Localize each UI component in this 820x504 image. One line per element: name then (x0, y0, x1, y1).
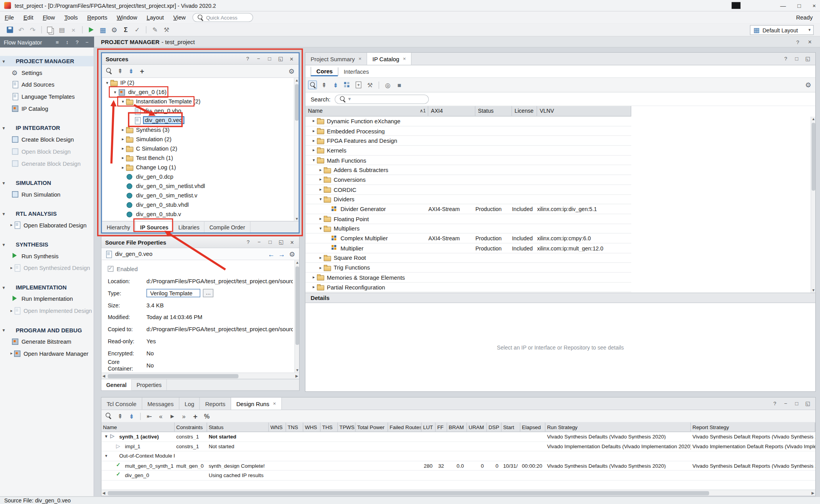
design-run-row[interactable]: impl_1 constrs_1 Not started (102, 442, 815, 451)
close-tab-icon[interactable]: × (403, 56, 406, 62)
document-tab[interactable]: Project Summary × (305, 53, 367, 65)
catalog-row[interactable]: ▸ FPGA Features and Design (305, 136, 631, 146)
toolbar-icon[interactable] (145, 412, 154, 421)
expander-icon[interactable]: ▸ (311, 129, 317, 133)
design-run-row[interactable]: ▾ synth_1 (active) constrs_1 Not started (102, 432, 815, 442)
flow-nav-item[interactable]: Run Synthesis (0, 250, 94, 262)
panel-header-icon[interactable] (806, 38, 813, 45)
close-tab-icon[interactable]: × (358, 56, 362, 62)
toolbar-icon[interactable] (191, 412, 200, 421)
panel-header-icon[interactable] (804, 55, 811, 62)
toolbar-icon[interactable] (127, 67, 135, 76)
sources-panel-header[interactable]: Sources (102, 53, 299, 65)
design-run-row[interactable]: mult_gen_0_synth_1 mult_gen_0 synth_desi… (102, 461, 815, 471)
console-tab[interactable]: Log (179, 398, 200, 410)
tree-row[interactable]: div_gen_0_sim_netlist.vhdl (102, 181, 299, 191)
toolbar-icon[interactable] (156, 412, 165, 421)
panel-header-icon[interactable] (783, 55, 789, 62)
settings-gear-icon[interactable] (804, 80, 813, 89)
tree-row[interactable]: ▸ C Simulation (2) (102, 144, 299, 153)
tree-row[interactable]: div_gen_0.dcp (102, 172, 299, 181)
expander-icon[interactable]: ▾ (104, 80, 111, 85)
column-header[interactable]: Report Strategy (691, 422, 815, 431)
tree-row[interactable]: ▸ Change Log (1) (102, 163, 299, 172)
menu-item[interactable]: Window (112, 11, 142, 23)
property-value[interactable]: Yes (146, 338, 156, 344)
tree-row[interactable]: div_gen_0_stub.v (102, 209, 299, 219)
toolbar-icon[interactable] (116, 67, 125, 76)
toolbar-icon[interactable] (104, 412, 113, 421)
expander-icon[interactable]: ▸ (120, 127, 126, 132)
enabled-checkbox[interactable] (108, 266, 114, 272)
catalog-row[interactable]: Multiplier Production Included xilinx.co… (305, 243, 631, 253)
scrollbar-thumb[interactable] (108, 491, 709, 495)
toolbar-icon[interactable] (105, 67, 114, 76)
toolbar-icon[interactable] (379, 81, 379, 89)
console-tab[interactable]: Reports (200, 398, 231, 410)
flow-nav-item[interactable]: Create Block Design (0, 133, 94, 146)
catalog-row[interactable]: ▸ Adders & Subtracters (305, 165, 631, 175)
column-header[interactable]: TPWS (338, 422, 356, 431)
toolbar-icon[interactable] (41, 26, 42, 34)
toolbar-icon[interactable] (28, 25, 37, 34)
flow-nav-item[interactable]: ▾ PROJECT MANAGER (0, 56, 94, 66)
column-header[interactable]: DSP (487, 422, 502, 431)
expander-icon[interactable]: ▸ (120, 146, 126, 151)
tree-row[interactable]: div_gen_0.vho (102, 106, 299, 115)
design-run-row[interactable]: ▾ Out-of-Context Module Runs (102, 451, 815, 461)
catalog-row[interactable]: ▸ Dynamic Function eXchange (305, 117, 631, 126)
panel-header-icon[interactable] (793, 400, 800, 407)
column-header[interactable]: Run Strategy (545, 422, 691, 431)
flow-nav-item[interactable]: ▾ PROGRAM AND DEBUG (0, 325, 94, 335)
toolbar-icon[interactable] (168, 412, 177, 421)
scrollbar-thumb[interactable] (296, 266, 299, 345)
scrollbar-thumb[interactable] (812, 123, 815, 191)
tree-row[interactable]: ▸ Test Bench (1) (102, 153, 299, 162)
close-button[interactable]: × (813, 2, 816, 9)
panel-header-icon[interactable] (794, 38, 801, 45)
panel-header-icon[interactable] (54, 39, 61, 45)
quick-access-search[interactable]: Quick Access (193, 13, 253, 22)
panel-header-icon[interactable] (783, 400, 789, 407)
panel-header-icon[interactable] (288, 55, 295, 62)
catalog-row[interactable]: ▾ Dividers (305, 195, 631, 204)
vertical-scrollbar[interactable]: ▲ ▼ (294, 78, 299, 221)
menu-item[interactable]: Layout (142, 11, 168, 23)
property-value[interactable]: Verilog Template (146, 289, 200, 297)
panel-header-icon[interactable] (256, 239, 262, 245)
toolbar-icon[interactable] (46, 25, 55, 34)
panel-header-icon[interactable] (267, 239, 273, 245)
sources-view-tab[interactable]: Hierarchy (102, 222, 135, 232)
toolbar-icon[interactable] (162, 25, 171, 34)
column-header[interactable]: Failed Routes (388, 422, 422, 431)
toolbar-icon[interactable] (69, 25, 78, 34)
toolbar-icon[interactable] (82, 26, 82, 34)
catalog-row[interactable]: ▸ Partial Reconfiguration (305, 282, 631, 292)
toolbar-icon[interactable] (121, 25, 130, 34)
panel-header-icon[interactable] (793, 55, 800, 62)
toolbar-icon[interactable] (137, 67, 146, 76)
expander-icon[interactable]: ▾ (103, 434, 109, 439)
catalog-row[interactable]: ▸ CORDIC (305, 185, 631, 195)
toolbar-icon[interactable] (140, 412, 141, 420)
flow-nav-item[interactable]: Generate Bitstream (0, 335, 94, 348)
console-tab[interactable]: Messages (142, 398, 179, 410)
menu-item[interactable]: Edit (19, 11, 38, 23)
scroll-left-icon[interactable]: ◀ (102, 491, 106, 495)
tree-row[interactable]: div_gen_0.veo (102, 115, 299, 125)
document-tab[interactable]: IP Catalog × (367, 53, 412, 65)
scroll-up-icon[interactable]: ▲ (811, 117, 815, 121)
minimize-button[interactable]: — (780, 2, 786, 9)
scroll-down-icon[interactable]: ▼ (294, 216, 299, 221)
panel-header-icon[interactable] (255, 55, 262, 62)
sfp-view-tab[interactable]: General (102, 379, 132, 390)
toolbar-icon[interactable] (365, 80, 374, 89)
scroll-down-icon[interactable]: ▼ (295, 368, 299, 373)
catalog-row[interactable]: ▸ Conversions (305, 175, 631, 185)
expander-icon[interactable]: ▸ (120, 165, 126, 170)
expander-icon[interactable]: ▸ (311, 138, 317, 143)
column-header[interactable]: Elapsed (521, 422, 545, 431)
toolbar-icon[interactable] (354, 80, 363, 89)
expander-icon[interactable]: ▾ (103, 454, 109, 458)
column-header[interactable]: Constraints (175, 422, 207, 431)
